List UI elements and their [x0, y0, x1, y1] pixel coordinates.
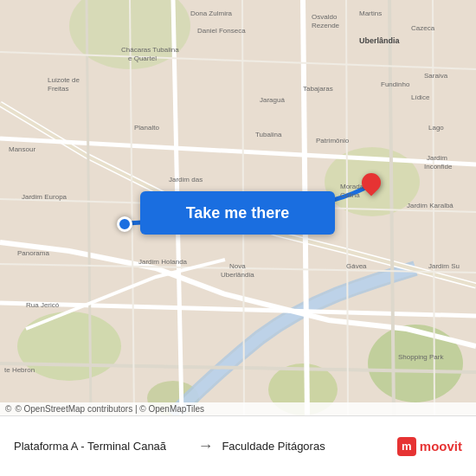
svg-text:Nova: Nova — [229, 262, 246, 270]
svg-text:Daniel Fonseca: Daniel Fonseca — [197, 27, 246, 35]
route-to-label: Faculdade Pitágoras — [222, 440, 396, 453]
svg-text:Gávea: Gávea — [346, 262, 367, 270]
moovit-logo-icon: m — [397, 437, 416, 456]
svg-text:Jardim Europa: Jardim Europa — [22, 193, 68, 201]
svg-text:Panorama: Panorama — [17, 249, 49, 257]
svg-text:Freitas: Freitas — [48, 85, 68, 93]
pin-head — [357, 169, 384, 196]
svg-text:Tabajaras: Tabajaras — [303, 85, 333, 93]
copyright-icon: © — [5, 404, 11, 414]
arrow-icon: → — [197, 437, 213, 455]
svg-text:Martins: Martins — [359, 10, 382, 17]
svg-text:Morada: Morada — [340, 183, 364, 190]
svg-text:e Quartel: e Quartel — [128, 55, 157, 62]
svg-text:Planalto: Planalto — [134, 124, 159, 132]
svg-text:Luizote de: Luizote de — [48, 76, 80, 84]
svg-text:Mansour: Mansour — [9, 145, 35, 153]
svg-text:Inconfide: Inconfide — [424, 163, 453, 170]
svg-text:Dona Zulmira: Dona Zulmira — [190, 10, 233, 17]
svg-text:Uberlândia: Uberlândia — [221, 271, 254, 279]
svg-text:Patrimônio: Patrimônio — [316, 137, 350, 145]
svg-text:Shopping Park: Shopping Park — [398, 353, 444, 361]
moovit-logo-text: moovit — [420, 439, 462, 453]
svg-text:Jardim Su: Jardim Su — [428, 262, 460, 270]
svg-text:Jardim Karalbá: Jardim Karalbá — [407, 202, 453, 209]
route-from-label: Plataforma A - Terminal Canaã — [14, 440, 189, 453]
svg-text:Tubalina: Tubalina — [255, 131, 282, 138]
origin-marker — [117, 216, 132, 232]
svg-text:Jardim das: Jardim das — [169, 176, 203, 183]
svg-text:Chácaras Tubalina: Chácaras Tubalina — [121, 46, 179, 54]
map-attribution: © © OpenStreetMap contributors | © OpenM… — [0, 402, 476, 415]
svg-text:Lago: Lago — [428, 124, 444, 132]
svg-text:Cazeca: Cazeca — [411, 24, 435, 32]
svg-text:Fundinho: Fundinho — [381, 80, 410, 88]
svg-text:Jardim: Jardim — [427, 154, 447, 162]
svg-text:Lídice: Lídice — [411, 93, 430, 101]
svg-text:te Hebron: te Hebron — [4, 366, 35, 374]
svg-text:Colina: Colina — [340, 191, 360, 199]
take-me-there-button[interactable]: Take me there — [140, 191, 335, 235]
attribution-text: © OpenStreetMap contributors | © OpenMap… — [15, 404, 204, 414]
svg-point-2 — [368, 325, 463, 402]
destination-marker — [362, 173, 381, 197]
svg-text:Rezende: Rezende — [312, 22, 340, 29]
svg-text:Jaraguá: Jaraguá — [260, 96, 285, 104]
moovit-logo: m moovit — [397, 437, 462, 456]
svg-text:Uberlândia: Uberlândia — [359, 36, 401, 45]
map-container: Luizote de Freitas Chácaras Tubalina e Q… — [0, 0, 476, 415]
svg-text:Saraiva: Saraiva — [424, 72, 448, 80]
svg-text:Rua Jericó: Rua Jericó — [26, 301, 60, 309]
svg-text:Osvaldo: Osvaldo — [312, 13, 338, 21]
bottom-bar: Plataforma A - Terminal Canaã → Faculdad… — [0, 415, 476, 476]
svg-text:Jardim Holanda: Jardim Holanda — [138, 258, 188, 266]
